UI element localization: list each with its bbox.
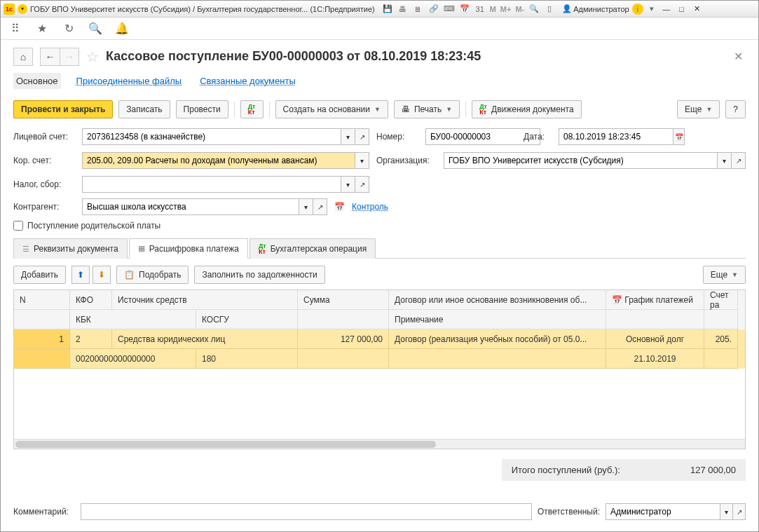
m-icon[interactable]: M [490,5,496,13]
org-dropdown-button[interactable]: ▾ [718,152,732,169]
total-value: 127 000,00 [690,465,736,475]
org-label: Организация: [376,156,437,165]
movements-button[interactable]: ДтКтДвижения документа [472,100,581,118]
print-button[interactable]: 🖶Печать▼ [394,100,460,118]
subtab-linked[interactable]: Связанные документы [197,73,299,89]
contractor-input[interactable] [82,198,299,215]
m-minus-icon[interactable]: M- [515,5,524,13]
cell-kbk: 00200000000000000 [70,349,196,369]
account-input[interactable] [82,128,341,145]
post-button[interactable]: Провести [176,100,228,118]
parent-pay-checkbox[interactable] [13,221,23,231]
tab-requisites[interactable]: ☰Реквизиты документа [13,238,128,259]
date-icon[interactable]: 31 [474,4,486,15]
history-icon[interactable]: ↻ [62,22,75,35]
minimize-button[interactable]: — [660,4,673,15]
contractor-dropdown-button[interactable]: ▾ [299,198,313,215]
tax-input[interactable] [82,176,341,193]
cell-schedule: Основной долг [606,329,704,349]
info-dd-icon[interactable]: ▾ [646,4,657,15]
account-label: Лицевой счет: [13,132,75,142]
separator [234,102,235,117]
titlebar-dropdown-icon[interactable]: ▾ [18,4,27,14]
search-icon[interactable]: 🔍 [89,22,102,35]
nav-back-button[interactable]: ← [40,48,60,66]
separator [269,102,270,117]
responsible-dropdown-button[interactable]: ▾ [720,503,733,520]
save-icon[interactable]: 💾 [382,4,393,15]
add-row-button[interactable]: Добавить [13,266,66,284]
col-kfo[interactable]: КФО [70,290,112,310]
tax-dropdown-button[interactable]: ▾ [341,176,355,193]
zoom-icon[interactable]: 🔍 [528,4,540,15]
create-based-button[interactable]: Создать на основании▼ [275,100,388,118]
col-kbk[interactable]: КБК [70,310,196,329]
home-button[interactable]: ⌂ [13,48,33,66]
link-icon[interactable]: 🔗 [428,4,439,15]
col-schedule[interactable]: 📅 График платежей [606,290,704,310]
responsible-open-button[interactable]: ↗ [733,503,746,520]
org-input[interactable] [444,152,718,169]
scrollbar-thumb[interactable] [15,441,436,448]
grid-row-1[interactable]: 1 2 Средства юридических лиц 127 000,00 … [14,329,745,369]
col-n[interactable]: N [14,290,70,310]
col-kosgu[interactable]: КОСГУ [196,310,298,329]
favorite-star-icon[interactable]: ☆ [86,48,99,65]
apps-icon[interactable]: ⠿ [9,22,22,35]
favorites-icon[interactable]: ★ [36,22,48,35]
panel-icon[interactable]: ▯ [544,4,555,15]
fill-button[interactable]: Заполнить по задолженности [194,266,324,284]
col-schedule-label: График платежей [624,295,693,305]
col-note[interactable]: Примечание [389,310,606,329]
m-plus-icon[interactable]: M+ [500,5,512,13]
subtab-main[interactable]: Основное [13,73,61,89]
move-down-button[interactable]: ⬇ [93,266,111,284]
move-up-button[interactable]: ⬆ [71,266,90,284]
notifications-icon[interactable]: 🔔 [116,22,128,35]
number-label: Номер: [376,132,418,142]
col-contract[interactable]: Договор или иное основание возникновения… [389,290,606,310]
calendar-small-icon[interactable]: 📅 [334,202,345,212]
control-link[interactable]: Контроль [352,202,388,212]
col-source[interactable]: Источник средств [112,290,298,310]
comment-input[interactable] [81,503,532,520]
tax-field: ▾ ↗ [82,176,369,193]
total-row: Итого поступлений (руб.): 127 000,00 [13,459,746,481]
tax-open-button[interactable]: ↗ [355,176,369,193]
account-dropdown-button[interactable]: ▾ [341,128,355,145]
grid-scrollbar[interactable] [14,439,745,449]
contractor-open-button[interactable]: ↗ [313,198,327,215]
nav-forward-button[interactable]: → [60,48,79,66]
post-and-close-button[interactable]: Провести и закрыть [13,100,113,118]
close-document-button[interactable]: ✕ [731,47,746,66]
date-input[interactable] [559,128,673,145]
help-button[interactable]: ? [725,100,746,118]
subtab-files[interactable]: Присоединенные файлы [74,73,185,89]
info-icon[interactable]: i [632,4,643,15]
calc-icon[interactable]: ⌨ [444,4,455,15]
pick-label: Подобрать [139,270,181,280]
corr-dropdown-button[interactable]: ▾ [355,152,369,169]
dtkt-button[interactable]: ДтКт [240,100,264,118]
more-button[interactable]: Еще▼ [677,100,720,118]
current-user[interactable]: 👤 Администратор [562,4,629,13]
tab-accounting[interactable]: ДтКтБухгалтерская операция [249,238,376,259]
tab-breakdown[interactable]: ▦Расшифровка платежа [129,238,248,259]
maximize-button[interactable]: □ [676,4,688,15]
main-toolbar: ⠿ ★ ↻ 🔍 🔔 [1,18,758,40]
col-account[interactable]: Счет ра [704,290,738,310]
calendar-icon[interactable]: 📅 [459,4,470,15]
corr-input[interactable] [82,152,355,169]
account-open-button[interactable]: ↗ [355,128,369,145]
date-picker-button[interactable]: 📅 [673,128,685,145]
pick-button[interactable]: 📋Подобрать [116,266,189,284]
comment-label: Комментарий: [13,507,75,517]
responsible-input[interactable] [606,503,720,520]
print-icon[interactable]: 🖶 [397,4,409,15]
doc-icon[interactable]: 🗎 [413,4,424,15]
org-open-button[interactable]: ↗ [732,152,746,169]
grid-more-button[interactable]: Еще▼ [703,266,746,284]
col-sum[interactable]: Сумма [298,290,389,310]
close-window-button[interactable]: ✕ [691,4,704,15]
save-button[interactable]: Записать [118,100,170,118]
